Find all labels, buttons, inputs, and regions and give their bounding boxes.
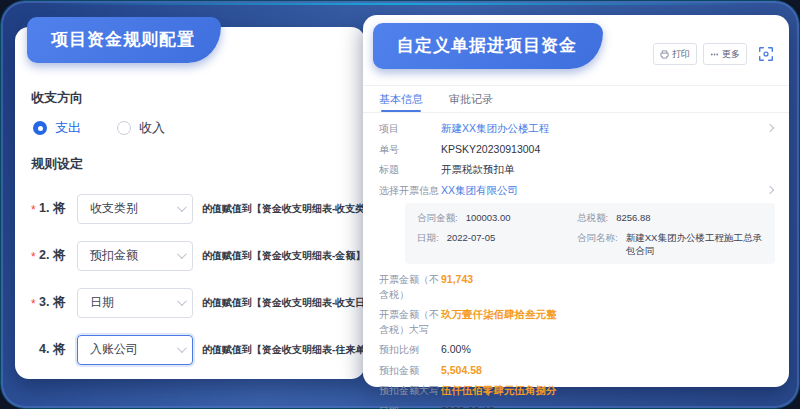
field-label: 预扣金额大写 <box>379 383 441 399</box>
detail-tabs: 基本信息审批记录 <box>363 86 789 113</box>
field-label: 日期 <box>379 404 441 409</box>
left-panel-title-banner: 项目资金规则配置 <box>27 17 221 63</box>
field-row: 标题开票税款预扣单 <box>379 162 775 178</box>
rule-field-select-value: 入账公司 <box>90 341 138 358</box>
contract-info-value: 新建XX集团办公楼工程施工总承包合同 <box>626 232 765 257</box>
tab-approval-record[interactable]: 审批记录 <box>449 86 493 112</box>
field-label: 标题 <box>379 162 441 178</box>
chevron-down-icon <box>177 202 187 212</box>
rules-section-label: 规则设定 <box>31 155 351 173</box>
radio-label: 支出 <box>55 119 81 137</box>
rule-row: *4. 将入账公司的值赋值到【资金收支明细表-往来单位】中 <box>31 326 351 373</box>
field-row: 预扣金额5,504.58 <box>379 363 775 379</box>
radio-dot-icon <box>117 121 131 135</box>
fullscreen-icon[interactable] <box>757 45 775 63</box>
field-value: KPSKY20230913004 <box>441 142 775 157</box>
rule-row: *1. 将收支类别的值赋值到【资金收支明细表-收支类别】中 <box>31 185 351 232</box>
field-row: 预扣金额大写伍仟伍佰零肆元伍角捌分 <box>379 383 775 399</box>
print-button[interactable]: 打印 <box>653 43 697 65</box>
print-icon <box>660 50 669 59</box>
more-icon <box>710 50 719 59</box>
field-row: 单号KPSKY20230913004 <box>379 142 775 158</box>
contract-info-label: 合同金额: <box>417 212 458 224</box>
field-label: 预扣比例 <box>379 342 441 358</box>
rule-number: 4. 将 <box>39 341 77 358</box>
radio-dot-icon <box>33 121 47 135</box>
field-value: 91,743 <box>441 272 775 287</box>
contract-info-box: 合同金额:100003.00日期:2022-07-05总税额:8256.88合同… <box>405 203 775 264</box>
rule-required-asterisk: * <box>31 250 39 264</box>
field-value[interactable]: 新建XX集团办公楼工程 <box>441 121 775 136</box>
field-label: 预扣金额 <box>379 363 441 379</box>
field-value: 伍仟伍佰零肆元伍角捌分 <box>441 383 775 398</box>
field-row: 选择开票信息XX集团有限公司 <box>379 183 775 199</box>
rule-row: *3. 将日期的值赋值到【资金收支明细表-收支日期】中 <box>31 279 351 326</box>
decorative-frame: 项目资金规则配置 自定义单据进项目资金 收支方向 支出收入 规则设定 *1. 将… <box>1 1 799 408</box>
contract-info-label: 合同名称: <box>577 232 618 257</box>
field-value: 2023-09-13 <box>441 404 775 409</box>
rule-row: *2. 将预扣金额的值赋值到【资金收支明细表-金额】中 <box>31 232 351 279</box>
rule-number: 3. 将 <box>39 294 77 311</box>
rule-field-select-value: 收支类别 <box>90 200 138 217</box>
field-value: 5,504.58 <box>441 363 775 378</box>
contract-info-value: 100003.00 <box>466 212 511 224</box>
field-row: 开票金额（不含税）大写玖万壹仟柒佰肆拾叁元整 <box>379 307 775 337</box>
contract-info-item: 总税额:8256.88 <box>577 212 765 224</box>
field-value[interactable]: XX集团有限公司 <box>441 183 775 198</box>
contract-info-value: 8256.88 <box>616 212 650 224</box>
rule-required-asterisk: * <box>31 203 39 217</box>
field-label: 单号 <box>379 142 441 158</box>
contract-info-column: 总税额:8256.88合同名称:新建XX集团办公楼工程施工总承包合同 <box>577 212 765 257</box>
field-label: 开票金额（不含税） <box>379 272 441 302</box>
document-detail-panel: 打印 更多 基本信息审批记录 项目新建XX集团办公楼工程单号KPSKY20230… <box>363 15 789 387</box>
radio-label: 收入 <box>139 119 165 137</box>
chevron-down-icon <box>177 343 187 353</box>
field-row: 日期2023-09-13 <box>379 404 775 409</box>
contract-info-label: 总税额: <box>577 212 608 224</box>
rule-config-panel: 收支方向 支出收入 规则设定 *1. 将收支类别的值赋值到【资金收支明细表-收支… <box>15 27 365 379</box>
contract-info-item: 合同名称:新建XX集团办公楼工程施工总承包合同 <box>577 232 765 257</box>
rule-field-select-value: 预扣金额 <box>90 247 138 264</box>
field-label: 选择开票信息 <box>379 183 441 199</box>
contract-info-item: 合同金额:100003.00 <box>417 212 577 224</box>
left-panel-title: 项目资金规则配置 <box>51 28 195 51</box>
contract-info-item: 日期:2022-07-05 <box>417 232 577 244</box>
rule-required-asterisk: * <box>31 297 39 311</box>
rule-field-select-value: 日期 <box>90 294 114 311</box>
contract-info-value: 2022-07-05 <box>447 232 496 244</box>
contract-info-label: 日期: <box>417 232 439 244</box>
field-rows: 项目新建XX集团办公楼工程单号KPSKY20230913004标题开票税款预扣单… <box>363 113 789 409</box>
chevron-down-icon <box>177 249 187 259</box>
tab-basic-info[interactable]: 基本信息 <box>379 86 423 112</box>
rule-number: 1. 将 <box>39 200 77 217</box>
field-label: 开票金额（不含税）大写 <box>379 307 441 337</box>
rule-number: 2. 将 <box>39 247 77 264</box>
field-row: 开票金额（不含税）91,743 <box>379 272 775 302</box>
print-button-label: 打印 <box>672 48 690 61</box>
rule-field-select[interactable]: 预扣金额 <box>77 241 193 271</box>
rule-field-select[interactable]: 入账公司 <box>77 335 193 365</box>
field-label: 项目 <box>379 121 441 137</box>
field-row: 项目新建XX集团办公楼工程 <box>379 121 775 137</box>
field-value: 开票税款预扣单 <box>441 162 775 177</box>
direction-section-label: 收支方向 <box>31 89 351 107</box>
radio-expenditure[interactable]: 支出 <box>33 119 81 137</box>
direction-radio-group: 支出收入 <box>33 119 351 137</box>
contract-info-column: 合同金额:100003.00日期:2022-07-05 <box>417 212 577 257</box>
field-value: 6.00% <box>441 342 775 357</box>
field-row: 预扣比例6.00% <box>379 342 775 358</box>
rules-list: *1. 将收支类别的值赋值到【资金收支明细表-收支类别】中*2. 将预扣金额的值… <box>31 185 351 373</box>
more-button[interactable]: 更多 <box>703 43 747 65</box>
field-value: 玖万壹仟柒佰肆拾叁元整 <box>441 307 775 322</box>
right-panel-title-banner: 自定义单据进项目资金 <box>373 23 603 69</box>
right-panel-title: 自定义单据进项目资金 <box>397 34 577 57</box>
chevron-down-icon <box>177 296 187 306</box>
more-button-label: 更多 <box>722 48 740 61</box>
rule-suffix-text: 的值赋值到【资金收支明细表-金额】中 <box>202 249 375 263</box>
radio-income[interactable]: 收入 <box>117 119 165 137</box>
rule-field-select[interactable]: 日期 <box>77 288 193 318</box>
rule-field-select[interactable]: 收支类别 <box>77 194 193 224</box>
